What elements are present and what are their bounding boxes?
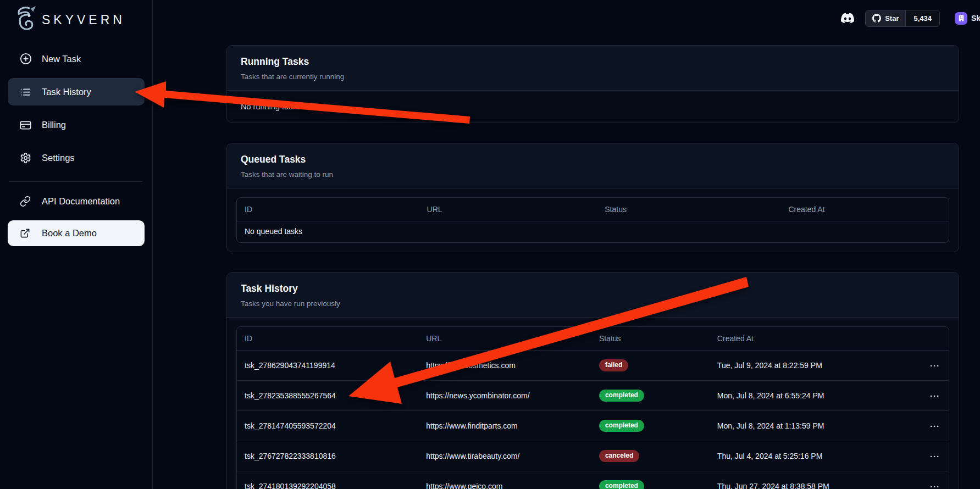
organization-avatar[interactable] — [955, 12, 967, 25]
card-title: Running Tasks — [241, 56, 945, 68]
queued-tasks-table: ID URL Status Created At No queued tasks — [236, 197, 949, 243]
table-row[interactable]: tsk_276727822333810816 https://www.tirab… — [237, 441, 949, 471]
sidebar-item-label: Billing — [42, 120, 66, 130]
user-name-label[interactable]: Sk — [971, 14, 980, 23]
organization-building-icon — [957, 14, 965, 22]
task-created-at: Thu, Jun 27, 2024 at 8:38:58 PM — [710, 471, 922, 489]
sidebar-item-label: Book a Demo — [42, 228, 97, 238]
row-actions-button[interactable]: ··· — [930, 421, 940, 431]
sidebar-item-task-history[interactable]: Task History — [8, 78, 145, 105]
task-history-header: Task History Tasks you have run previous… — [227, 273, 959, 318]
row-actions-button[interactable]: ··· — [930, 452, 940, 461]
column-header-actions — [922, 327, 949, 351]
task-url: https://www.geico.com — [418, 471, 591, 489]
external-link-icon — [20, 227, 32, 240]
running-tasks-header: Running Tasks Tasks that are currently r… — [227, 46, 959, 91]
plus-circle-icon — [20, 53, 32, 65]
sidebar-item-label: New Task — [42, 54, 81, 64]
discord-icon[interactable] — [839, 12, 856, 25]
task-history-card: Task History Tasks you have run previous… — [226, 272, 959, 489]
running-tasks-card: Running Tasks Tasks that are currently r… — [226, 45, 959, 123]
sidebar: SKYVERN New Task Task History Billing S — [0, 0, 153, 489]
card-subtitle: Tasks that are currently running — [241, 73, 945, 81]
column-header-id: ID — [237, 327, 418, 351]
table-row[interactable]: tsk_278629043741199914 https://tartecosm… — [237, 351, 949, 381]
list-icon — [20, 86, 32, 98]
task-history-table: ID URL Status Created At tsk_27862904374… — [236, 326, 949, 489]
gear-icon — [20, 152, 32, 164]
column-header-status: Status — [591, 327, 710, 351]
queued-tasks-empty-text: No queued tasks — [237, 221, 949, 243]
sidebar-item-book-a-demo[interactable]: Book a Demo — [8, 220, 145, 246]
table-row[interactable]: tsk_274180139292204058 https://www.geico… — [237, 471, 949, 489]
brand-name: SKYVERN — [42, 13, 125, 27]
queued-tasks-card: Queued Tasks Tasks that are waiting to r… — [226, 143, 959, 252]
github-icon — [872, 14, 881, 23]
queued-tasks-header: Queued Tasks Tasks that are waiting to r… — [227, 143, 959, 188]
column-header-id: ID — [237, 198, 419, 221]
task-created-at: Mon, Jul 8, 2024 at 6:55:24 PM — [710, 381, 922, 411]
status-badge: failed — [599, 359, 628, 371]
card-subtitle: Tasks that are waiting to run — [241, 170, 945, 179]
credit-card-icon — [20, 119, 32, 131]
sidebar-nav: New Task Task History Billing Settings — [0, 45, 152, 246]
table-row[interactable]: tsk_278147405593572204 https://www.findi… — [237, 411, 949, 441]
task-id: tsk_274180139292204058 — [237, 471, 418, 489]
task-url: https://tartecosmetics.com — [418, 351, 591, 381]
brand-logo[interactable]: SKYVERN — [0, 0, 152, 35]
task-id: tsk_278629043741199914 — [237, 351, 418, 381]
status-badge: completed — [599, 480, 644, 489]
task-created-at: Thu, Jul 4, 2024 at 5:25:16 PM — [710, 441, 922, 471]
sidebar-item-label: Settings — [42, 153, 75, 163]
task-created-at: Mon, Jul 8, 2024 at 1:13:59 PM — [710, 411, 922, 441]
status-badge: completed — [599, 390, 644, 402]
sidebar-item-label: Task History — [42, 87, 91, 97]
task-created-at: Tue, Jul 9, 2024 at 8:22:59 PM — [710, 351, 922, 381]
github-star-label: Star — [885, 14, 899, 23]
task-id: tsk_276727822333810816 — [237, 441, 418, 471]
task-url: https://www.tirabeauty.com/ — [418, 441, 591, 471]
column-header-url: URL — [419, 198, 597, 221]
column-header-status: Status — [597, 198, 780, 221]
skyvern-dragon-icon — [13, 5, 36, 35]
task-url: https://www.finditparts.com — [418, 411, 591, 441]
status-badge: completed — [599, 420, 644, 432]
running-tasks-empty-text: No running tasks — [227, 91, 959, 123]
task-id: tsk_278147405593572204 — [237, 411, 418, 441]
task-url: https://news.ycombinator.com/ — [418, 381, 591, 411]
row-actions-button[interactable]: ··· — [930, 391, 940, 401]
column-header-url: URL — [418, 327, 591, 351]
sidebar-item-api-documentation[interactable]: API Documentation — [8, 187, 145, 215]
column-header-created-at: Created At — [710, 327, 922, 351]
sidebar-divider — [9, 181, 142, 182]
topbar: Star 5,434 Sk — [153, 0, 980, 36]
card-subtitle: Tasks you have run previously — [241, 299, 945, 308]
column-header-created-at: Created At — [780, 198, 949, 221]
sidebar-item-new-task[interactable]: New Task — [8, 45, 145, 73]
row-actions-button[interactable]: ··· — [930, 361, 940, 370]
table-row-empty: No queued tasks — [237, 221, 949, 243]
sidebar-item-billing[interactable]: Billing — [8, 111, 145, 138]
task-id: tsk_278235388555267564 — [237, 381, 418, 411]
status-badge: canceled — [599, 450, 639, 462]
card-title: Task History — [241, 283, 945, 294]
card-title: Queued Tasks — [241, 154, 945, 165]
link-icon — [20, 195, 32, 207]
github-star-button[interactable]: Star 5,434 — [865, 10, 940, 27]
sidebar-item-label: API Documentation — [42, 196, 120, 207]
table-row[interactable]: tsk_278235388555267564 https://news.ycom… — [237, 381, 949, 411]
github-star-count: 5,434 — [905, 10, 939, 26]
row-actions-button[interactable]: ··· — [930, 482, 940, 489]
main-content: Star 5,434 Sk Running Tasks Tasks that a… — [153, 0, 980, 489]
sidebar-item-settings[interactable]: Settings — [8, 144, 145, 171]
